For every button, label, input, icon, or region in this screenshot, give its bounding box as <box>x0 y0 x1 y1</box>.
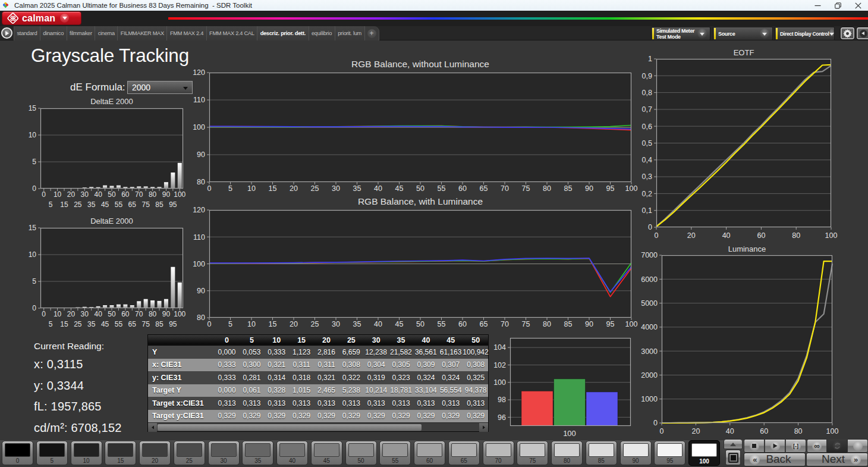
pattern-swatch-90[interactable]: 90 <box>620 441 652 465</box>
table-cell: 0,053 <box>239 346 264 359</box>
tab-scroll-button[interactable] <box>1 27 12 39</box>
pattern-swatch-80[interactable]: 80 <box>551 441 583 465</box>
tab-priorit-lum[interactable]: priorit. lum <box>335 26 365 40</box>
pattern-swatch-45[interactable]: 45 <box>311 441 342 465</box>
pattern-window-button[interactable] <box>725 450 741 465</box>
settings-button[interactable] <box>840 27 855 40</box>
simulated-meter-dropdown[interactable]: Simulated MeterTest Mode <box>651 27 710 40</box>
svg-text:60: 60 <box>757 231 765 240</box>
table-column-header: 5 <box>239 335 264 346</box>
minimize-button[interactable] <box>807 0 828 11</box>
svg-text:85: 85 <box>155 320 163 328</box>
add-tab-button[interactable]: + <box>365 26 379 40</box>
page-title: Grayscale Tracking <box>31 45 189 67</box>
main-content: Grayscale Tracking dE Formula: 2000 Delt… <box>0 0 868 467</box>
meter-indicator-button[interactable] <box>847 439 868 453</box>
chevron-down-icon <box>697 29 707 39</box>
svg-text:100: 100 <box>193 123 205 131</box>
svg-text:60: 60 <box>458 184 467 193</box>
table-cell: 0,329 <box>215 410 240 423</box>
table-cell: 0,000 <box>215 384 240 397</box>
play-button[interactable] <box>765 439 785 453</box>
svg-text:0: 0 <box>207 184 212 193</box>
svg-text:0: 0 <box>42 190 46 199</box>
pattern-swatch-0[interactable]: 0 <box>2 441 33 465</box>
luminance-chart: Luminance0100020003000400050006000700002… <box>640 244 836 435</box>
pattern-level-label: 35 <box>243 457 273 464</box>
table-cell: 0,313 <box>289 397 314 410</box>
tab-equilibrio[interactable]: equilibrio <box>309 26 335 40</box>
pattern-swatch-95[interactable]: 95 <box>654 441 685 465</box>
svg-text:100: 100 <box>825 231 838 240</box>
next-button[interactable]: Next » <box>806 453 868 466</box>
pattern-swatch-10[interactable]: 10 <box>71 441 102 465</box>
pattern-swatch-75[interactable]: 75 <box>517 441 548 465</box>
chevron-left-icon <box>860 30 867 37</box>
table-cell: 0,281 <box>239 371 264 384</box>
pattern-level-label: 10 <box>71 457 102 464</box>
meter-indicator-icon <box>853 441 863 451</box>
table-cell: 2,465 <box>314 384 339 397</box>
tab-cinema[interactable]: cinema <box>95 26 118 40</box>
plus-icon: + <box>367 29 376 38</box>
pattern-patch <box>279 443 305 457</box>
pattern-swatch-65[interactable]: 65 <box>448 441 480 465</box>
pattern-swatch-55[interactable]: 55 <box>379 441 411 465</box>
pattern-swatch-15[interactable]: 15 <box>105 441 136 465</box>
continuous-mode-button[interactable]: ∞ <box>807 439 827 453</box>
table-column-header: 25 <box>339 335 364 346</box>
svg-text:0,1: 0,1 <box>642 206 652 215</box>
pattern-swatch-40[interactable]: 40 <box>276 441 308 465</box>
current-reading-value: x: 0,3115 <box>34 358 122 371</box>
tab-standard[interactable]: standard <box>14 26 40 40</box>
svg-text:5: 5 <box>49 320 53 328</box>
pattern-level-label: 100 <box>689 458 719 465</box>
back-button[interactable]: « Back <box>744 453 806 466</box>
source-status-bar <box>714 28 716 39</box>
svg-text:100: 100 <box>193 260 205 268</box>
scrollbar-thumb[interactable] <box>158 424 422 431</box>
tab-filmmaker-max[interactable]: FILMMAKER MAX <box>118 26 167 40</box>
table-cell: 21,582 <box>389 346 414 359</box>
pattern-size-button[interactable]: [‑] <box>785 439 806 453</box>
table-cell: 0,313 <box>463 397 488 410</box>
tab-fmm-max-2-4[interactable]: FMM MAX 2.4 <box>167 26 206 40</box>
table-column-header: 0 <box>215 335 240 346</box>
pattern-swatch-85[interactable]: 85 <box>586 441 617 465</box>
svg-text:40: 40 <box>374 320 382 328</box>
collapse-panel-button[interactable] <box>856 27 868 40</box>
pattern-swatch-5[interactable]: 5 <box>36 441 68 465</box>
pattern-swatch-100[interactable]: 100 <box>688 440 720 466</box>
svg-text:50: 50 <box>416 320 424 328</box>
stop-button[interactable] <box>744 439 765 453</box>
pattern-swatch-60[interactable]: 60 <box>414 441 445 465</box>
svg-text:0,5: 0,5 <box>642 139 652 148</box>
loop-mode-button[interactable] <box>827 439 847 453</box>
svg-text:80: 80 <box>792 231 800 240</box>
close-button[interactable] <box>848 0 868 11</box>
tab-descriz-prior-dett-[interactable]: descriz. prior. dett. <box>257 26 309 40</box>
calman-menu-button[interactable]: calman <box>2 11 81 25</box>
pattern-swatch-30[interactable]: 30 <box>208 441 240 465</box>
svg-text:55: 55 <box>438 184 446 193</box>
pattern-swatch-25[interactable]: 25 <box>174 441 205 465</box>
svg-text:60: 60 <box>121 190 130 199</box>
source-dropdown[interactable]: Source <box>713 27 773 40</box>
pattern-swatch-20[interactable]: 20 <box>139 441 171 465</box>
tab-filmmaker[interactable]: filmmaker <box>67 26 96 40</box>
de-formula-select[interactable]: 2000 <box>127 81 193 94</box>
svg-text:0,2: 0,2 <box>642 190 652 198</box>
pattern-swatch-35[interactable]: 35 <box>242 441 273 465</box>
direct-display-control-dropdown[interactable]: Direct Display Control <box>775 27 835 40</box>
tab-dinamico[interactable]: dinamico <box>40 26 67 40</box>
tab-fmm-max-2-4-cal[interactable]: FMM MAX 2.4 CAL <box>207 26 258 40</box>
pattern-swatch-50[interactable]: 50 <box>345 441 377 465</box>
scroll-right-arrow[interactable] <box>479 423 488 432</box>
svg-text:65: 65 <box>128 200 137 209</box>
scroll-left-arrow[interactable] <box>148 423 157 432</box>
pattern-panel-up-button[interactable] <box>724 439 743 449</box>
pattern-swatch-70[interactable]: 70 <box>483 441 514 465</box>
maximize-button[interactable] <box>828 0 848 11</box>
svg-text:5: 5 <box>49 200 53 209</box>
table-scrollbar[interactable] <box>148 422 488 431</box>
